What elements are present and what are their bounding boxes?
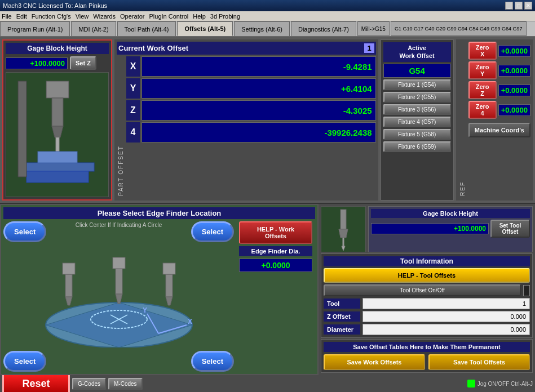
help-work-offsets-button[interactable]: HELP - Work Offsets	[239, 221, 312, 244]
svg-rect-22	[113, 257, 125, 269]
menu-3d[interactable]: 3d Probing	[210, 13, 240, 20]
save-title: Save Offset Tables Here to Make Them Per…	[324, 342, 530, 352]
tab-program-run[interactable]: Program Run (Alt-1)	[0, 21, 70, 36]
gbh-value[interactable]: +100.0000	[371, 223, 489, 234]
tool-offset-indicator	[523, 285, 530, 296]
edge-finder-dia-value[interactable]: +0.0000	[239, 259, 312, 272]
menu-wizards[interactable]: Wizards	[93, 13, 116, 20]
maximize-button[interactable]: □	[515, 2, 523, 10]
menu-edit[interactable]: Edit	[16, 13, 27, 20]
select-top-right-button[interactable]: Select	[191, 221, 234, 242]
select-bottom-left-button[interactable]: Select	[3, 351, 46, 372]
machine-coords-button[interactable]: Machine Coord's	[468, 123, 530, 137]
axes-list: X -9.4281 Y +6.4104 Z -4.3025 4 -39926.2…	[126, 56, 376, 198]
zero-z-row: ZeroZ +0.0000 ◄	[468, 81, 530, 99]
gage-block-title: Gage Block Height	[6, 43, 109, 54]
menu-file[interactable]: File	[2, 13, 12, 20]
z-offset-value[interactable]: 0.000	[362, 311, 530, 322]
gcodes-button[interactable]: G-Codes	[72, 378, 106, 390]
zero-y-button[interactable]: ZeroY	[468, 61, 497, 79]
zero-z-value: +0.0000	[498, 84, 530, 96]
axis-row-z: Z -4.3025	[126, 100, 376, 121]
edge-finder-panel: Please Select Edge Finder Location Selec…	[0, 204, 319, 375]
gage-block-panel: Gage Block Height +100.0000 Set Z	[2, 39, 112, 201]
svg-rect-4	[21, 163, 94, 171]
mcodes-button[interactable]: M-Codes	[108, 378, 143, 390]
fixture-4-button[interactable]: Fixture 4 (G57)	[383, 117, 451, 127]
tab-offsets[interactable]: Offsets (Alt-5)	[177, 21, 233, 36]
tool-offset-on-off-button[interactable]: Tool Offset On/Off	[324, 284, 521, 296]
jog-label[interactable]: Jog ON/OFF Ctrl-Alt-J	[477, 381, 533, 387]
select-row-top: Select Click Center If If Indicating A C…	[3, 221, 234, 242]
tool-offset-toggle-row: Tool Offset On/Off	[324, 284, 530, 296]
select-top-left-button[interactable]: Select	[3, 221, 46, 242]
fixture-1-button[interactable]: Fixture 1 (G54)	[383, 79, 451, 90]
axis-value-4[interactable]: -39926.2438	[142, 122, 376, 142]
axis-label-y: Y	[126, 78, 140, 99]
click-center-note: Click Center If If Indicating A Circle	[76, 221, 162, 229]
menu-function-cfgs[interactable]: Function Cfg's	[32, 13, 71, 20]
save-buttons-row: Save Work Offsets Save Tool Offsets	[324, 354, 530, 370]
menu-operator[interactable]: Operator	[120, 13, 144, 20]
zero-z-button[interactable]: ZeroZ	[468, 81, 497, 99]
menu-view[interactable]: View	[76, 13, 89, 20]
work-offset-title: Current Work Offset	[118, 44, 188, 52]
save-tool-offsets-button[interactable]: Save Tool Offsets	[428, 354, 530, 370]
tab-diagnostics[interactable]: Diagnostics (Alt-7)	[291, 21, 356, 36]
fixture-2-button[interactable]: Fixture 2 (G55)	[383, 92, 451, 103]
axis-label-4: 4	[126, 122, 140, 142]
tool-info-panel: Tool Information HELP - Tool Offsets Too…	[321, 253, 533, 338]
tool-param-row-z-offset: Z Offset 0.000	[324, 311, 530, 322]
gage-block-value[interactable]: +100.0000	[6, 57, 68, 69]
active-wo-title: ActiveWork Offset	[383, 42, 451, 62]
close-button[interactable]: ✕	[524, 2, 532, 10]
tool-value[interactable]: 1	[362, 298, 530, 309]
tab-tool-path[interactable]: Tool Path (Alt-4)	[117, 21, 176, 36]
axis-label-x: X	[126, 56, 140, 77]
set-tool-offset-button[interactable]: Set ToolOffset	[490, 220, 530, 238]
help-tool-offsets-button[interactable]: HELP - Tool Offsets	[324, 268, 530, 283]
select-bottom-right-button[interactable]: Select	[191, 351, 234, 372]
edge-finder-content: Select Click Center If If Indicating A C…	[3, 221, 315, 372]
fixture-5-button[interactable]: Fixture 5 (G58)	[383, 129, 451, 140]
menu-plugin[interactable]: PlugIn Control	[149, 13, 188, 20]
gage-block-input-row: +100.0000 Set Z	[6, 56, 109, 70]
save-work-offsets-button[interactable]: Save Work Offsets	[324, 354, 425, 370]
zero-4-button[interactable]: Zero4	[468, 101, 497, 119]
set-z-button[interactable]: Set Z	[70, 56, 96, 70]
svg-marker-29	[342, 246, 345, 251]
axis-value-y[interactable]: +6.4104	[142, 78, 376, 99]
svg-marker-24	[166, 297, 173, 305]
gbh-title: Gage Block Height	[371, 209, 530, 218]
zero-x-button[interactable]: ZeroX	[468, 42, 497, 60]
diameter-value[interactable]: 0.000	[362, 324, 530, 335]
tab-mill-g15[interactable]: Mill->G15	[357, 21, 390, 36]
fixture-6-button[interactable]: Fixture 6 (G59)	[383, 141, 451, 152]
drill-image	[321, 206, 366, 252]
tab-gcodes-list[interactable]: G1 G10 G17 G40 G20 G90 G94 G54 G49 G99 G…	[391, 21, 527, 36]
top-section: Gage Block Height +100.0000 Set Z	[0, 37, 535, 204]
edge-finder-dia-label: Edge Finder Dia.	[239, 246, 312, 256]
z-offset-label: Z Offset	[324, 311, 360, 322]
active-wo-value[interactable]: G54	[383, 64, 451, 78]
minimize-button[interactable]: _	[505, 2, 513, 10]
tab-mdi[interactable]: MDI (Alt-2)	[71, 21, 116, 36]
arrow-z-icon: ◄	[533, 85, 535, 95]
zero-x-value: +0.0000	[498, 45, 530, 57]
drill-svg	[326, 207, 360, 252]
axis-value-x[interactable]: -9.4281	[142, 56, 376, 77]
edge-finder-title: Please Select Edge Finder Location	[3, 207, 315, 219]
part-offset-label: PART OFFSET	[117, 56, 125, 198]
tab-settings[interactable]: Settings (Alt-6)	[234, 21, 290, 36]
save-section: Save Offset Tables Here to Make Them Per…	[321, 339, 533, 373]
svg-rect-7	[18, 81, 26, 177]
axis-row-x: X -9.4281	[126, 56, 376, 77]
gbh-content: +100.0000 Set ToolOffset	[371, 220, 530, 238]
app-title: Mach3 CNC Licensed To: Alan Pinkus	[3, 2, 107, 9]
zero-y-value: +0.0000	[498, 65, 530, 77]
axis-value-z[interactable]: -4.3025	[142, 100, 376, 121]
fixture-3-button[interactable]: Fixture 3 (G56)	[383, 104, 451, 115]
right-bottom-panel: Gage Block Height +100.0000 Set ToolOffs…	[319, 204, 535, 375]
window-controls: _ □ ✕	[505, 2, 532, 10]
menu-help[interactable]: Help	[193, 13, 206, 20]
